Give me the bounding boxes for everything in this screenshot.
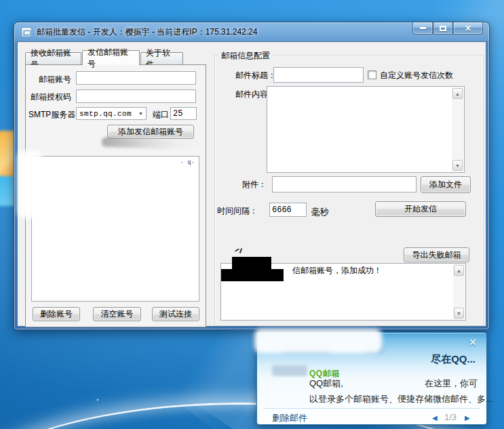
minimize-button[interactable] [412, 22, 433, 35]
popup-body-line1-left: QQ邮箱, [309, 377, 343, 390]
test-connection-button[interactable]: 测试连接 [152, 307, 199, 321]
subject-input[interactable] [273, 67, 364, 83]
redaction-mark [239, 248, 243, 253]
window-title: 邮箱批量发信 - 开发人：樱振宇 - 当前进程IP：175.31.242.24 [37, 26, 257, 38]
blur-redaction [254, 329, 382, 353]
export-failed-button[interactable]: 导出失败邮箱 [404, 247, 469, 262]
minimize-icon [420, 27, 426, 29]
interval-input[interactable] [269, 203, 307, 217]
subject-label: 邮件标题： [235, 70, 276, 81]
account-input[interactable] [76, 71, 196, 85]
close-icon: ✕ [465, 24, 471, 33]
tab-about[interactable]: 关于软件 [140, 52, 183, 65]
account-label: 邮箱账号 [39, 74, 71, 85]
list-item-fragment: · q· [180, 159, 195, 166]
qq-mail-popup: ✕ 尽在QQ... QQ邮箱 QQ邮箱, 在这里，你可 以登录多个邮箱账号、便捷… [256, 332, 487, 425]
add-sender-account-button[interactable]: 添加发信邮箱账号 [107, 125, 194, 139]
port-label: 端口 [153, 109, 169, 121]
window-client-area: 接收邮箱账号 发信邮箱账号 关于软件 邮箱账号 邮箱授权码 SMTP服务器 sm… [17, 41, 486, 327]
app-icon [21, 27, 32, 37]
log-scrollbar[interactable]: ▲ ▼ [453, 264, 465, 319]
blur-redaction [18, 150, 42, 218]
scroll-down-icon[interactable]: ▼ [454, 308, 464, 319]
content-textarea[interactable]: ▲ ▼ [267, 86, 465, 173]
maximize-button[interactable] [433, 22, 452, 35]
custom-count-label: 自定义账号发信次数 [380, 70, 453, 81]
scroll-down-icon[interactable]: ▼ [452, 160, 463, 171]
blur-redaction [102, 137, 202, 150]
chevron-down-icon: ▼ [136, 111, 146, 116]
authcode-input[interactable] [76, 89, 196, 103]
interval-label: 时间间隔： [217, 205, 258, 217]
popup-close-icon[interactable]: ✕ [469, 337, 477, 348]
popup-divider [263, 408, 480, 409]
scroll-up-icon[interactable]: ▲ [454, 265, 464, 276]
attachment-input[interactable] [272, 176, 416, 192]
prev-arrow-icon[interactable]: ◀ [432, 414, 438, 422]
wallpaper-sparkle [96, 399, 99, 401]
authcode-label: 邮箱授权码 [31, 91, 71, 103]
pager-count: 1/3 [444, 412, 457, 422]
next-arrow-icon[interactable]: ▶ [465, 414, 470, 422]
start-sending-button[interactable]: 开始发信 [375, 201, 466, 217]
sender-accounts-panel: 邮箱账号 邮箱授权码 SMTP服务器 smtp.qq.com ▼ 端口 添加发信… [25, 64, 206, 327]
interval-unit-label: 毫秒 [311, 206, 329, 218]
log-message: 信邮箱账号，添加成功！ [292, 265, 382, 277]
window-controls: ✕ [412, 22, 483, 35]
port-input[interactable] [170, 107, 197, 120]
mail-config-group: 邮箱信息配置 邮件标题： 自定义账号发信次数 邮件内容： ▲ ▼ 附件： 添加文… [214, 55, 484, 326]
blur-redaction [272, 365, 307, 376]
sender-account-list[interactable]: · q· [31, 156, 199, 302]
smtp-server-value: smtp.qq.com [77, 110, 136, 118]
app-window: 邮箱批量发信 - 开发人：樱振宇 - 当前进程IP：175.31.242.24 … [14, 22, 490, 330]
redaction-black [221, 269, 284, 281]
smtp-server-select[interactable]: smtp.qq.com ▼ [76, 107, 147, 120]
clear-accounts-button[interactable]: 清空账号 [93, 307, 141, 321]
popup-body-line1: QQ邮箱, 在这里，你可 [309, 377, 478, 390]
attachment-label: 附件： [242, 179, 267, 190]
popup-headline: 尽在QQ... [431, 353, 476, 366]
mail-config-group-title: 邮箱信息配置 [218, 50, 273, 62]
content-scrollbar[interactable]: ▲ ▼ [452, 87, 463, 171]
close-button[interactable]: ✕ [453, 22, 483, 35]
popup-body-line2: 以登录多个邮箱账号、便捷存储微信邮件、多... [309, 393, 493, 405]
custom-count-checkbox[interactable] [368, 70, 376, 79]
delete-account-button[interactable]: 删除账号 [33, 307, 80, 321]
redaction-mark [235, 248, 239, 251]
scroll-up-icon[interactable]: ▲ [452, 88, 463, 99]
add-file-button[interactable]: 添加文件 [421, 176, 471, 193]
delete-mail-link[interactable]: 删除邮件 [272, 412, 307, 424]
popup-body-line1-right: 在这里，你可 [425, 377, 478, 390]
tab-receive-accounts[interactable]: 接收邮箱账号 [25, 52, 81, 65]
smtp-server-label: SMTP服务器 [28, 109, 75, 121]
tab-sender-accounts[interactable]: 发信邮箱账号 [82, 50, 140, 65]
maximize-icon [440, 26, 446, 31]
